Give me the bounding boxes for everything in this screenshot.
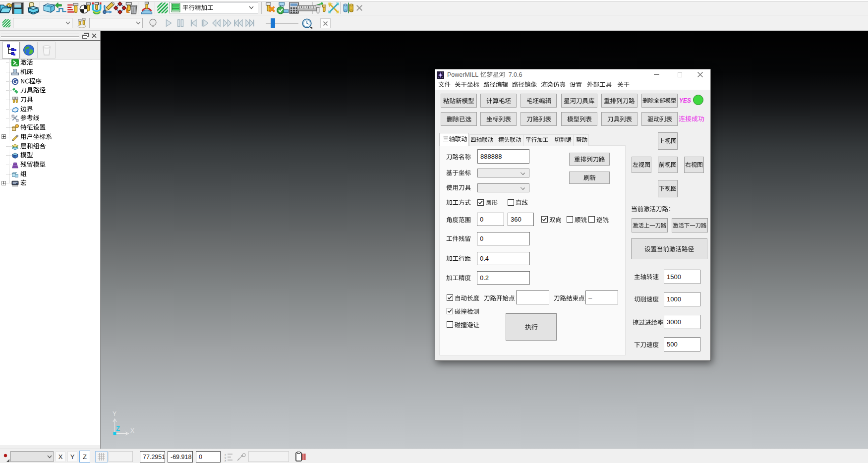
svg-text:X: X (130, 427, 134, 434)
svg-text:Z: Z (116, 425, 120, 432)
svg-text:Y: Y (113, 410, 116, 417)
svg-text:z: z (225, 459, 226, 462)
